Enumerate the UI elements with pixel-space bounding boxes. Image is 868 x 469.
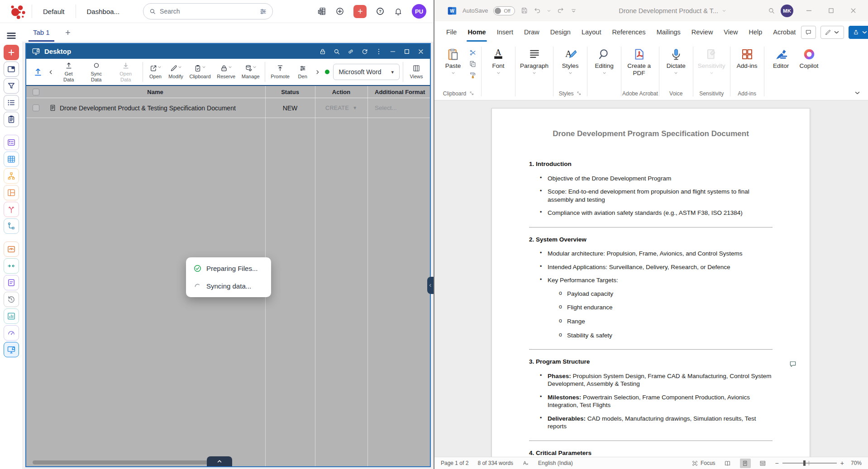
target-app-select[interactable]: Microsoft Word ▾ — [333, 64, 400, 80]
ribbon-tab-file[interactable]: File — [441, 21, 462, 43]
comments-button[interactable] — [801, 26, 816, 39]
maximize-icon[interactable] — [403, 48, 410, 55]
ribbon-tab-home[interactable]: Home — [462, 21, 491, 43]
app-logo-icon[interactable] — [8, 2, 27, 21]
maximize-icon[interactable] — [827, 7, 835, 14]
column-header-additional-format[interactable]: Additional Format — [367, 89, 430, 95]
close-icon[interactable] — [849, 7, 857, 14]
add-tab-icon[interactable] — [64, 29, 72, 36]
minimize-icon[interactable] — [805, 7, 813, 14]
notifications-icon[interactable] — [394, 7, 403, 16]
user-avatar[interactable]: PU — [412, 4, 426, 19]
publish-button[interactable] — [30, 67, 46, 77]
page-indicator[interactable]: Page 1 of 2 — [441, 460, 468, 466]
toolbar-scroll-right-icon[interactable] — [315, 69, 320, 75]
comment-anchor-icon[interactable] — [789, 360, 797, 368]
sidebar-item-hamburger-menu[interactable] — [4, 28, 19, 43]
sidebar-item-filter[interactable] — [4, 78, 19, 94]
paste-button[interactable]: Paste — [441, 47, 465, 75]
more-options-icon[interactable] — [375, 48, 382, 55]
ribbon-tab-view[interactable]: View — [718, 21, 743, 43]
minimize-icon[interactable] — [389, 48, 396, 55]
refresh-icon[interactable] — [361, 48, 368, 55]
search-input[interactable]: Search — [143, 3, 273, 19]
denormalize-button[interactable]: Den — [293, 59, 313, 85]
customize-toolbar-icon[interactable] — [570, 7, 577, 14]
word-titlebar[interactable]: W AutoSave Off Drone Development Product… — [434, 0, 868, 21]
reserve-button[interactable]: Reserve — [214, 59, 238, 85]
sidebar-item-list-view[interactable] — [4, 95, 19, 110]
column-header-status[interactable]: Status — [265, 89, 315, 95]
zoom-in-button[interactable]: + — [840, 460, 844, 467]
window-titlebar[interactable]: Desktop — [26, 44, 430, 59]
share-button[interactable] — [849, 26, 868, 39]
create-pdf-button[interactable]: Create a PDF — [626, 47, 652, 76]
read-mode-button[interactable] — [722, 459, 733, 468]
column-header-name[interactable]: Name — [45, 89, 265, 95]
promote-button[interactable]: Promote — [267, 59, 292, 85]
scrollbar-thumb[interactable] — [33, 460, 223, 464]
ribbon-tab-mailings[interactable]: Mailings — [651, 21, 686, 43]
format-painter-icon[interactable] — [469, 71, 477, 79]
row-checkbox[interactable] — [33, 104, 39, 111]
window-search-icon[interactable] — [333, 48, 340, 55]
export-grid-icon[interactable] — [317, 7, 326, 16]
collapse-ribbon-icon[interactable] — [854, 90, 861, 96]
ribbon-tab-draw[interactable]: Draw — [519, 21, 545, 43]
document-page[interactable]: Drone Development Program Specification … — [491, 108, 810, 457]
dialog-launcher-icon[interactable] — [469, 91, 474, 96]
additional-format-select[interactable]: Select... — [367, 104, 430, 111]
word-logo-icon[interactable]: W — [447, 6, 457, 16]
zoom-slider[interactable] — [782, 463, 837, 464]
zoom-level[interactable]: 70% — [851, 460, 862, 466]
menu-default[interactable]: Default — [37, 8, 71, 15]
dictate-button[interactable]: Dictate — [664, 47, 688, 75]
modify-button[interactable]: Modify — [165, 59, 186, 85]
get-data-button[interactable]: Get Data — [56, 59, 82, 85]
sidebar-item-forms[interactable] — [4, 135, 19, 150]
link-icon[interactable] — [347, 48, 354, 55]
views-button[interactable]: Views — [406, 64, 426, 79]
editing-button[interactable]: Editing — [592, 47, 616, 75]
undo-icon[interactable] — [534, 7, 541, 14]
open-button[interactable]: Open — [145, 59, 165, 85]
copilot-button[interactable]: Copilot — [797, 47, 821, 70]
sidebar-item-data-table[interactable] — [4, 152, 19, 167]
manage-button[interactable]: Manage — [238, 59, 262, 85]
menu-dashboard[interactable]: Dashboa... — [81, 8, 126, 15]
ribbon-tab-design[interactable]: Design — [545, 21, 576, 43]
help-icon[interactable]: ? — [376, 7, 385, 16]
sidebar-item-charts[interactable] — [4, 308, 19, 324]
collapse-panel-button[interactable] — [207, 456, 232, 466]
tab-1[interactable]: Tab 1 — [29, 28, 54, 42]
web-layout-button[interactable] — [758, 459, 768, 468]
sidebar-item-branching[interactable] — [4, 202, 19, 217]
toolbar-scroll-left-icon[interactable] — [48, 69, 54, 75]
table-row[interactable]: Drone Development Product & Testing Spec… — [26, 98, 430, 118]
clipboard-button[interactable]: Clipboard — [186, 59, 214, 85]
sidebar-item-preview[interactable] — [4, 242, 19, 257]
word-search-icon[interactable] — [768, 7, 775, 14]
sidebar-item-windows[interactable] — [4, 62, 19, 77]
add-button[interactable] — [353, 5, 367, 18]
document-title-dropdown[interactable]: Drone Development Product & T... — [583, 7, 762, 14]
font-button[interactable]: A Font — [486, 47, 510, 75]
sidebar-item-history[interactable] — [4, 292, 19, 307]
dialog-launcher-icon[interactable] — [577, 91, 582, 96]
ribbon-tab-help[interactable]: Help — [744, 21, 768, 43]
word-count[interactable]: 8 of 334 words — [477, 460, 513, 466]
account-avatar[interactable]: MK — [781, 5, 793, 17]
sidebar-item-kanban[interactable] — [4, 185, 19, 200]
lock-icon[interactable] — [319, 48, 326, 55]
ribbon-tab-review[interactable]: Review — [686, 21, 719, 43]
ribbon-tab-layout[interactable]: Layout — [576, 21, 607, 43]
panel-collapse-handle[interactable] — [427, 277, 434, 294]
sidebar-item-notes[interactable] — [4, 275, 19, 290]
sidebar-item-node-graph[interactable] — [4, 218, 19, 234]
undo-dropdown-icon[interactable] — [547, 9, 551, 13]
editor-button[interactable]: Editor — [769, 47, 793, 70]
sidebar-item-gauge[interactable] — [4, 325, 19, 341]
sidebar-item-desktop-sync[interactable] — [4, 342, 19, 357]
filter-sliders-icon[interactable] — [259, 8, 267, 15]
add-circle-icon[interactable] — [335, 7, 344, 16]
